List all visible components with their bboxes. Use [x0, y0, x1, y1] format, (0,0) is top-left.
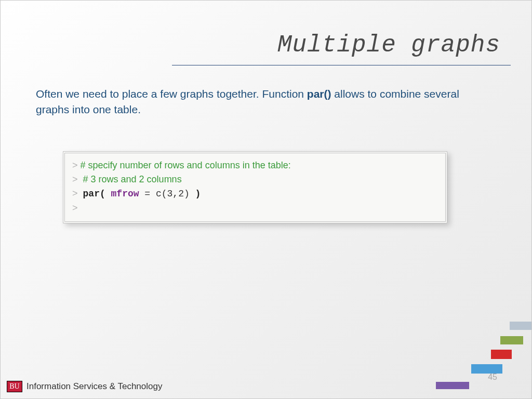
- code-close-paren: ): [195, 189, 201, 199]
- decorative-bars: [396, 310, 531, 398]
- body-text-pre: Often we need to place a few graphs toge…: [36, 88, 307, 100]
- code-fn-call: par(: [83, 189, 111, 199]
- footer-org-text: Information Services & Technology: [26, 381, 162, 392]
- code-line-2: > # 3 rows and 2 columns: [72, 172, 438, 187]
- prompt: >: [72, 188, 78, 198]
- code-value: = c(3,2): [139, 189, 195, 199]
- deco-bar-1: [510, 322, 531, 330]
- prompt: >: [72, 174, 78, 184]
- prompt: >: [72, 160, 78, 170]
- slide: Multiple graphs Often we need to place a…: [0, 0, 532, 399]
- bu-logo: BU: [7, 381, 22, 392]
- code-block: > # specify number of rows and columns i…: [63, 151, 447, 223]
- title-underline: [172, 65, 511, 65]
- code-comment: # specify number of rows and columns in …: [78, 160, 291, 170]
- code-line-4: >: [72, 201, 438, 215]
- prompt: >: [72, 203, 78, 213]
- footer: BU Information Services & Technology: [7, 381, 162, 392]
- deco-bar-5: [436, 382, 469, 389]
- code-argument: mfrow: [111, 189, 139, 199]
- deco-bar-3: [491, 350, 512, 359]
- code-line-3: > par( mfrow = c(3,2) ): [72, 187, 438, 201]
- slide-title: Multiple graphs: [277, 32, 500, 59]
- deco-bar-2: [500, 336, 523, 344]
- code-line-1: > # specify number of rows and columns i…: [72, 158, 438, 172]
- code-comment: # 3 rows and 2 columns: [83, 174, 182, 184]
- deco-bar-4: [471, 364, 502, 374]
- function-name: par(): [307, 88, 331, 100]
- body-paragraph: Often we need to place a few graphs toge…: [36, 86, 490, 118]
